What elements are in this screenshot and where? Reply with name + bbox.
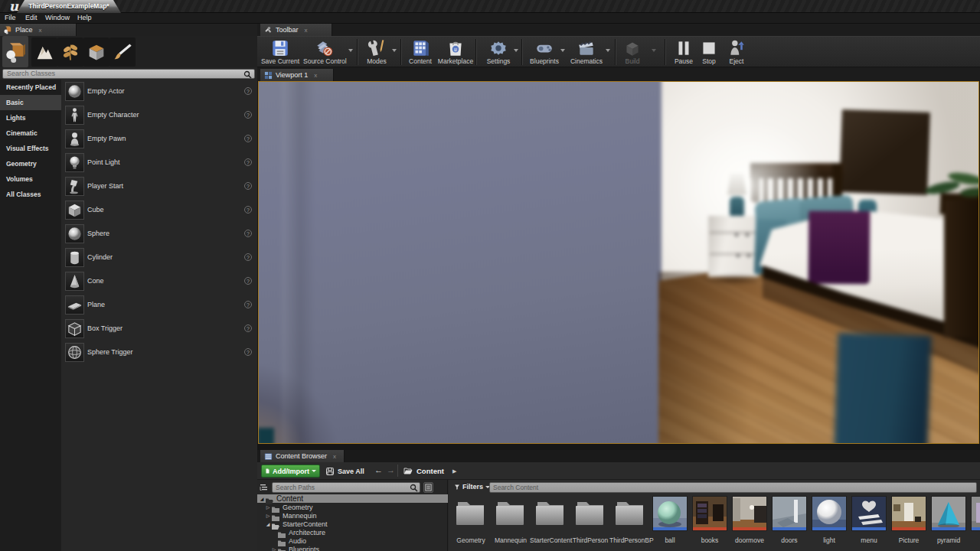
folder-tree-row[interactable]: Architecture [257,528,448,536]
mode-button[interactable] [2,36,28,67]
folder-tree-row[interactable]: ◢ StarterContent [257,520,448,528]
save-all-button[interactable]: Save All [325,465,364,478]
place-item[interactable]: Empty Pawn ? [61,127,257,151]
back-button[interactable]: ← [374,465,383,474]
help-icon[interactable]: ? [244,230,252,237]
place-item[interactable]: Point Light ? [61,151,257,174]
toolbar-button-settings[interactable]: Settings [481,37,516,67]
help-icon[interactable]: ? [244,277,252,285]
place-item[interactable]: Box Trigger ? [61,317,257,341]
toolbar-button-save-current[interactable]: Save Current [260,37,300,67]
toolbar-button-stop[interactable]: Stop [697,37,721,67]
help-icon[interactable]: ? [244,182,252,190]
asset-tile[interactable]: StarterContent [533,495,568,551]
mode-button[interactable] [109,37,136,67]
help-icon[interactable]: ? [244,111,252,119]
folder-tree-row[interactable]: Audio [257,536,448,545]
breadcrumb-caret-icon[interactable]: ▶ [452,462,456,480]
mode-button[interactable] [57,37,83,67]
place-item[interactable]: Sphere Trigger ? [61,341,257,364]
search-paths-input[interactable]: Search Paths [272,482,420,493]
toolbar-button-content[interactable]: Content [403,37,437,67]
help-icon[interactable]: ? [244,324,252,332]
search-classes-input[interactable]: Search Classes [2,69,255,79]
place-category[interactable]: All Classes [0,187,61,202]
folder-tree-row[interactable]: ▷ Mannequin [257,511,448,520]
help-icon[interactable]: ? [244,87,252,95]
menu-file[interactable]: File [5,13,16,24]
menu-edit[interactable]: Edit [25,13,38,24]
help-icon[interactable]: ? [244,301,252,308]
sources-toggle-icon[interactable] [260,483,269,492]
place-category[interactable]: Basic [0,95,61,110]
toolbar-button-marketplace[interactable]: uMarketplace [437,37,474,67]
menu-help[interactable]: Help [77,13,92,24]
document-tab[interactable]: ThirdPersonExampleMap* [17,0,121,13]
place-item[interactable]: Cylinder ? [61,246,257,269]
tab-place[interactable]: Place x [0,24,77,36]
folder-tree-row[interactable]: ▷ Geometry [257,503,448,511]
tab-content-browser[interactable]: Content Browser x [260,450,345,462]
filters-button[interactable]: Filters [454,483,490,491]
tab-place-close-icon[interactable]: x [39,27,42,34]
asset-tile[interactable]: Picture [891,495,926,551]
toolbar-button-cinematics[interactable]: Cinematics [567,37,606,67]
place-category[interactable]: Lights [0,110,61,126]
place-item[interactable]: Cube ? [61,198,257,222]
place-item[interactable]: Sphere ? [61,222,257,246]
asset-tile[interactable]: ThirdPerson [573,495,608,551]
asset-tile[interactable]: menu [851,495,887,551]
place-category[interactable]: Cinematic [0,126,61,141]
mode-button[interactable] [83,37,109,67]
tab-toolbar[interactable]: Toolbar x [260,24,332,36]
tab-toolbar-close-icon[interactable]: x [305,27,308,34]
tree-expand-icon[interactable]: ◢ [259,496,265,501]
place-item[interactable]: Plane ? [61,293,257,317]
dropdown-caret-icon[interactable] [348,49,353,52]
asset-tile[interactable]: ThirdPersonBP [612,495,648,551]
dropdown-caret-icon[interactable] [560,49,565,52]
help-icon[interactable]: ? [244,158,252,166]
dropdown-caret-icon[interactable] [514,49,518,52]
tab-viewport[interactable]: Viewport 1 x [260,69,334,81]
help-icon[interactable]: ? [244,253,252,261]
breadcrumb-content[interactable]: Content [416,462,444,480]
help-icon[interactable]: ? [244,206,252,214]
asset-tile[interactable]: doors [772,495,807,551]
toolbar-button-pause[interactable]: Pause [669,37,698,67]
tab-viewport-close-icon[interactable]: x [314,72,317,79]
toolbar-button-eject[interactable]: Eject [723,37,750,67]
viewport-3d[interactable] [258,81,979,444]
place-category[interactable]: Geometry [0,156,61,171]
tree-expand-icon[interactable]: ▷ [271,546,277,551]
help-icon[interactable]: ? [244,135,252,142]
search-content-input[interactable]: Search Content [489,482,977,493]
dropdown-caret-icon[interactable] [392,49,397,52]
place-category[interactable]: Recently Placed [0,80,61,95]
dropdown-caret-icon[interactable] [652,49,656,52]
forward-button[interactable]: → [387,465,395,474]
place-category[interactable]: Visual Effects [0,141,61,156]
place-item[interactable]: Empty Actor ? [61,80,257,103]
place-item[interactable]: Empty Character ? [61,103,257,127]
menu-window[interactable]: Window [45,13,70,24]
asset-tile[interactable]: books [692,495,727,551]
asset-tile[interactable]: light [812,495,847,551]
place-category[interactable]: Volumes [0,171,61,187]
toolbar-button-source-control[interactable]: Source Control [303,37,346,67]
place-item[interactable]: Player Start ? [61,174,257,198]
asset-tile[interactable]: ball [652,495,688,551]
asset-tile[interactable]: Geometry [453,495,488,551]
toolbar-button-blueprints[interactable]: Blueprints [526,37,563,67]
place-item[interactable]: Cone ? [61,269,257,293]
dropdown-caret-icon[interactable] [606,49,610,52]
tree-expand-icon[interactable]: ▷ [265,504,271,510]
asset-tile[interactable]: pyramid [931,495,966,551]
asset-tile[interactable]: doormove [732,495,767,551]
tab-content-browser-close-icon[interactable]: x [333,453,336,460]
folder-tree-row[interactable]: ▷ Blueprints [257,545,448,551]
add-import-button[interactable]: Add/Import [261,465,320,478]
folder-tree-row[interactable]: ◢ Content [257,494,448,503]
tree-expand-icon[interactable]: ▷ [265,513,271,518]
list-view-toggle[interactable] [423,482,433,493]
